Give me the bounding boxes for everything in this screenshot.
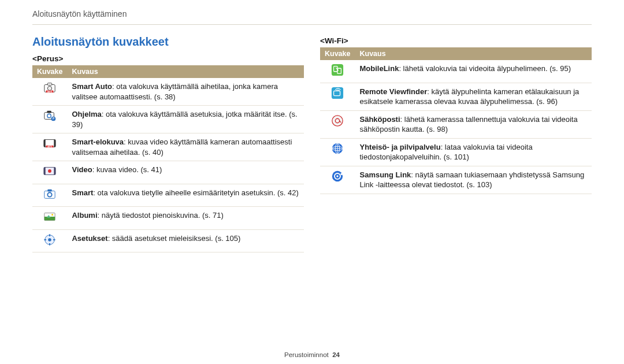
samsung-link-icon	[331, 170, 344, 183]
term: Sähköposti	[359, 115, 400, 124]
description-cell: MobileLink: lähetä valokuvia tai videoit…	[355, 60, 592, 83]
description-cell: Albumi: näytä tiedostot pienoiskuvina. (…	[67, 207, 304, 230]
svg-rect-6	[47, 111, 51, 113]
table-row: Sähköposti: lähetä kamerassa tallennettu…	[320, 110, 592, 138]
right-column: <Wi-Fi> Kuvake Kuvaus MobileLink: lähetä…	[320, 35, 592, 252]
svg-rect-1	[48, 83, 52, 86]
mobilelink-cell	[320, 60, 355, 83]
svg-text:P: P	[53, 117, 54, 120]
description-text: : ota valokuva tietylle aiheelle esimäär…	[93, 188, 299, 197]
cloud-cell	[320, 138, 355, 166]
mobilelink-icon	[331, 64, 344, 76]
table-row: Video: kuvaa video. (s. 41)	[32, 161, 304, 184]
section-title-wifi: <Wi-Fi>	[320, 36, 592, 45]
term: Smart	[72, 188, 93, 197]
album-cell	[32, 207, 67, 230]
description-cell: Smart-elokuva: kuvaa video käyttämällä k…	[67, 133, 304, 161]
email-cell	[320, 110, 355, 138]
settings-cell	[32, 229, 67, 252]
table-row: POhjelma: ota valokuva käyttämällä asetu…	[32, 106, 304, 133]
term: Smart Auto	[72, 82, 112, 91]
program-icon: P	[43, 109, 56, 122]
description-cell: Ohjelma: ota valokuva käyttämällä asetuk…	[67, 106, 304, 133]
svg-rect-28	[49, 234, 50, 236]
smart-auto-icon: AUTO	[43, 81, 56, 94]
svg-rect-29	[49, 243, 50, 246]
svg-rect-16	[44, 168, 46, 175]
description-text: : ota valokuva käyttämällä asetuksia, jo…	[72, 110, 297, 129]
settings-icon	[43, 233, 56, 246]
svg-rect-20	[48, 190, 52, 192]
term: Samsung Link	[359, 170, 411, 179]
th-icon: Kuvake	[320, 47, 355, 60]
svg-text:AUTO: AUTO	[47, 91, 53, 93]
description-text: : kuvaa video. (s. 41)	[92, 165, 162, 174]
table-row: Remote Viewfinder: käytä älypuhelinta ka…	[320, 83, 592, 110]
description-cell: Smart: ota valokuva tietylle aiheelle es…	[67, 184, 304, 207]
section-title-perus: <Perus>	[32, 54, 304, 63]
manual-page: Aloitusnäytön käyttäminen Aloitusnäytön …	[0, 0, 624, 364]
table-wifi: Kuvake Kuvaus MobileLink: lähetä valokuv…	[320, 47, 592, 194]
viewfinder-cell	[320, 83, 355, 110]
th-desc: Kuvaus	[355, 47, 592, 60]
svg-point-2	[48, 86, 52, 90]
term: Albumi	[72, 211, 97, 220]
left-column: Aloitusnäytön kuvakkeet <Perus> Kuvake K…	[32, 35, 304, 252]
remote-viewfinder-icon	[331, 87, 344, 99]
email-icon	[331, 114, 344, 127]
table-row: Albumi: näytä tiedostot pienoiskuvina. (…	[32, 207, 304, 230]
description-text: : säädä asetukset mieleisiksesi. (s. 105…	[108, 234, 241, 243]
svg-rect-35	[332, 87, 343, 98]
description-cell: Asetukset: säädä asetukset mieleisiksesi…	[67, 229, 304, 252]
svg-rect-30	[44, 239, 47, 240]
smart-icon	[43, 188, 56, 200]
album-icon	[43, 210, 56, 223]
table-row: Yhteisö- ja pilvipalvelu: lataa valokuvi…	[320, 138, 592, 166]
svg-point-44	[337, 175, 339, 177]
table-row: MobileLink: lähetä valokuvia tai videoit…	[320, 60, 592, 83]
page-title: Aloitusnäytön kuvakkeet	[32, 35, 304, 49]
breadcrumb: Aloitusnäytön käyttäminen	[32, 9, 592, 18]
table-row: Samsung Link: näytä samaan tukiasemaan y…	[320, 166, 592, 194]
svg-point-45	[341, 173, 343, 175]
smart-auto-cell: AUTO	[32, 78, 67, 106]
footer-section: Perustoiminnot	[284, 351, 329, 358]
smart-cell	[32, 184, 67, 207]
video-icon	[43, 165, 56, 177]
divider	[32, 24, 592, 25]
term: Smart-elokuva	[72, 138, 124, 146]
description-cell: Remote Viewfinder: käytä älypuhelinta ka…	[355, 83, 592, 110]
svg-point-37	[332, 115, 343, 125]
video-cell	[32, 161, 67, 184]
smart-movie-cell: AUTO	[32, 133, 67, 161]
table-row: Smart: ota valokuva tietylle aiheelle es…	[32, 184, 304, 207]
description-cell: Samsung Link: näytä samaan tukiasemaan y…	[355, 166, 592, 194]
svg-rect-17	[54, 168, 56, 175]
term: Remote Viewfinder	[359, 87, 427, 96]
term: Asetukset	[72, 234, 107, 243]
svg-rect-31	[53, 239, 55, 240]
description-cell: Yhteisö- ja pilvipalvelu: lataa valokuvi…	[355, 138, 592, 166]
svg-point-25	[51, 214, 53, 216]
samsung-link-cell	[320, 166, 355, 194]
program-cell: P	[32, 106, 67, 133]
smart-movie-icon: AUTO	[43, 137, 56, 150]
description-text: : näytä tiedostot pienoiskuvina. (s. 71)	[98, 211, 224, 220]
term: Video	[72, 165, 92, 174]
globe-icon	[331, 142, 344, 155]
svg-point-18	[48, 169, 51, 173]
svg-rect-11	[44, 140, 46, 147]
footer: Perustoiminnot 24	[0, 351, 624, 358]
term: Ohjelma	[72, 110, 101, 118]
description-cell: Video: kuvaa video. (s. 41)	[67, 161, 304, 184]
description-cell: Sähköposti: lähetä kamerassa tallennettu…	[355, 110, 592, 138]
th-icon: Kuvake	[32, 65, 67, 78]
term: MobileLink	[359, 64, 399, 73]
table-row: AUTOSmart Auto: ota valokuva käyttämällä…	[32, 78, 304, 106]
table-row: Asetukset: säädä asetukset mieleisiksesi…	[32, 229, 304, 252]
term: Yhteisö- ja pilvipalvelu	[359, 143, 440, 151]
description-text: : lähetä valokuvia tai videoita älypuhel…	[399, 64, 571, 73]
svg-text:AUTO: AUTO	[47, 146, 53, 148]
svg-rect-12	[54, 140, 56, 147]
table-perus: Kuvake Kuvaus AUTOSmart Auto: ota valoku…	[32, 65, 304, 252]
